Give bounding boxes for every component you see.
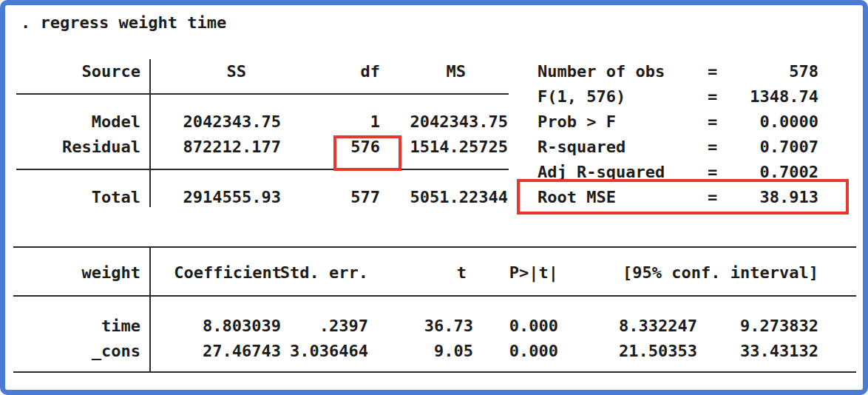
- coef-header-depvar: weight: [82, 263, 140, 283]
- anova-header-df: df: [361, 62, 381, 81]
- anova-model-label: Model: [92, 112, 140, 132]
- coef-time-p: 0.000: [509, 317, 558, 336]
- coef-cons-coef: 27.46743: [203, 342, 281, 361]
- anova-total-ss: 2914555.93: [183, 188, 281, 207]
- anova-total-label: Total: [92, 188, 140, 207]
- coef-header-ci: [95% conf. interval]: [623, 263, 818, 283]
- stat-number-of-obs-value: 578: [789, 62, 818, 81]
- stat-r-squared-eq: =: [708, 138, 717, 157]
- anova-model-ss: 2042343.75: [183, 112, 281, 132]
- coef-time-label: time: [101, 317, 140, 336]
- coef-cons-ci-high: 33.43132: [740, 342, 818, 361]
- coef-header-p: P>|t|: [509, 263, 558, 283]
- coef-time-t: 36.73: [424, 317, 473, 336]
- coef-cons-label: _cons: [92, 342, 140, 361]
- stat-number-of-obs-label: Number of obs: [538, 62, 665, 81]
- coef-cons-p: 0.000: [509, 342, 558, 361]
- coef-time-std-err: .2397: [319, 317, 368, 336]
- stat-prob-f-label: Prob > F: [538, 112, 616, 132]
- anova-header-source: Source: [82, 62, 140, 81]
- command-line: . regress weight time: [21, 13, 226, 33]
- stat-f-label: F(1, 576): [538, 87, 625, 107]
- anova-model-ms: 2042343.75: [410, 112, 508, 132]
- stat-f-value: 1348.74: [750, 87, 818, 107]
- highlight-box-root-mse: [517, 179, 849, 215]
- anova-header-ss: SS: [227, 62, 247, 81]
- coef-cons-std-err: 3.036464: [290, 342, 368, 361]
- coef-divider-vertical: [149, 246, 151, 373]
- stata-output-screenshot: . regress weight time Source SS df MS Mo…: [0, 0, 868, 395]
- stat-prob-f-value: 0.0000: [760, 112, 818, 132]
- coef-header-std-err: Std. err.: [280, 263, 368, 283]
- coef-cons-ci-low: 21.50353: [619, 342, 697, 361]
- anova-residual-label: Residual: [62, 138, 140, 157]
- anova-model-df: 1: [370, 112, 380, 132]
- anova-residual-ss: 872212.177: [183, 138, 281, 157]
- anova-divider-vertical: [149, 59, 151, 207]
- coef-time-ci-high: 9.273832: [740, 317, 818, 336]
- coef-header-t: t: [457, 263, 467, 283]
- stat-r-squared-value: 0.7007: [760, 138, 818, 157]
- highlight-box-residual-df: [333, 135, 401, 171]
- stat-prob-f-eq: =: [708, 112, 717, 132]
- stat-f-eq: =: [708, 87, 717, 107]
- anova-header-ms: MS: [447, 62, 467, 81]
- anova-residual-ms: 1514.25725: [410, 138, 508, 157]
- stat-r-squared-label: R-squared: [538, 138, 625, 157]
- coef-time-coef: 8.803039: [203, 317, 281, 336]
- coef-time-ci-low: 8.332247: [619, 317, 697, 336]
- coef-rule-top: [13, 246, 856, 248]
- coef-rule-under-header: [13, 295, 856, 297]
- anova-rule-under-header: [16, 93, 509, 95]
- anova-total-ms: 5051.22344: [410, 188, 508, 207]
- coef-rule-bottom: [13, 371, 856, 373]
- anova-rule-above-total: [16, 169, 509, 170]
- coef-cons-t: 9.05: [434, 342, 473, 361]
- anova-total-df: 577: [350, 188, 380, 207]
- stat-number-of-obs-eq: =: [708, 62, 717, 81]
- coef-header-coefficient: Coefficient: [174, 263, 282, 283]
